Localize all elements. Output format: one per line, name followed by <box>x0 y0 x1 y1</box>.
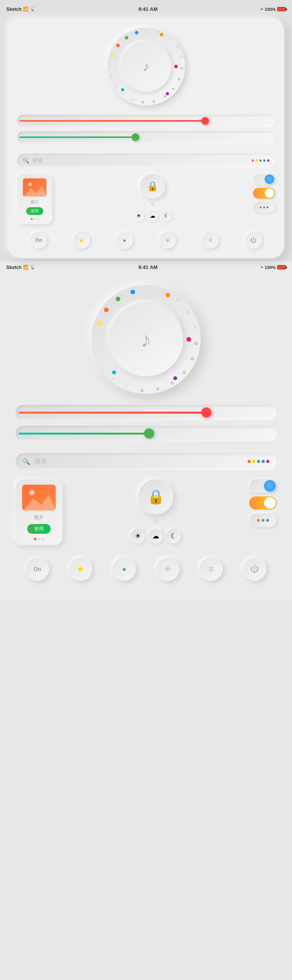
time-display: 9:41 AM <box>138 6 157 12</box>
large-dot-5 <box>266 460 269 463</box>
svg-point-23 <box>121 88 124 91</box>
svg-point-29 <box>176 298 180 302</box>
svg-point-48 <box>186 337 191 342</box>
toggle-dots-row[interactable] <box>253 202 275 213</box>
dots-row-dot-3 <box>267 206 269 208</box>
svg-point-3 <box>176 45 179 48</box>
large-app-icon <box>21 484 56 511</box>
slider-thumb-green[interactable] <box>132 133 139 141</box>
large-thumb-red[interactable] <box>201 407 211 418</box>
svg-point-19 <box>135 31 139 35</box>
sun-icon[interactable]: ☀ <box>133 210 144 221</box>
large-search-bar[interactable]: 🔍 搜索 <box>16 453 276 470</box>
signal-icon: 📶 <box>23 7 28 12</box>
large-power-button[interactable]: ⏻ <box>243 557 266 581</box>
on-label: On <box>35 238 42 243</box>
snow-icon: ✳ <box>165 237 170 244</box>
large-snow-button[interactable]: ✳ <box>156 557 179 581</box>
large-moon-icon[interactable]: ☾ <box>166 529 181 543</box>
on-button[interactable]: On <box>30 232 47 249</box>
svg-point-28 <box>161 290 165 293</box>
svg-point-40 <box>101 367 104 370</box>
battery-icon <box>277 7 286 11</box>
slider-thumb-red[interactable] <box>201 117 209 125</box>
large-app-btn[interactable]: 使用 <box>27 524 51 534</box>
slider-track-green[interactable] <box>17 131 275 143</box>
svg-point-32 <box>195 342 198 345</box>
large-circle-button[interactable]: ● <box>113 557 136 581</box>
large-toggle-2[interactable] <box>249 496 276 510</box>
svg-point-37 <box>141 389 144 392</box>
large-lock-circle[interactable]: 🔒 <box>138 479 173 514</box>
svg-point-17 <box>116 44 120 47</box>
circle-button[interactable]: ● <box>116 232 133 249</box>
svg-point-36 <box>156 388 159 391</box>
large-app-card[interactable]: 图片 使用 <box>16 479 62 545</box>
svg-point-39 <box>112 378 114 381</box>
dot-1 <box>252 159 254 162</box>
app-card[interactable]: 图片 使用 <box>17 174 52 224</box>
dots-row-dot-2 <box>263 206 265 208</box>
large-dots-row[interactable] <box>249 514 276 527</box>
status-right: ⌁ 100% <box>260 7 286 12</box>
large-dots-2 <box>262 519 264 522</box>
large-sun-icon[interactable]: ☀ <box>130 529 145 543</box>
bluetooth-icon-2: ⌁ <box>260 265 263 270</box>
svg-point-43 <box>97 321 102 325</box>
power-icon: ⏻ <box>250 237 257 244</box>
large-app-dot-3 <box>42 538 44 540</box>
large-knob-inner[interactable]: ♪ <box>109 302 183 376</box>
power-button[interactable]: ⏻ <box>245 232 262 249</box>
large-knob-section: ♪ <box>0 273 292 402</box>
star-button[interactable]: ★ <box>73 232 90 249</box>
app-dot-1 <box>31 218 33 220</box>
large-star-button[interactable]: ★ <box>69 557 92 581</box>
large-star-icon: ★ <box>77 564 84 574</box>
wifi-icon-2: 📡 <box>30 265 35 270</box>
lock-label: 锁 <box>151 202 155 207</box>
toggle-2[interactable] <box>253 188 275 199</box>
lines-button[interactable]: ≡ <box>202 232 219 249</box>
knob-outer[interactable]: ♪ <box>107 28 185 105</box>
svg-point-21 <box>174 65 178 68</box>
svg-point-9 <box>153 100 155 103</box>
knob-inner[interactable]: ♪ <box>121 41 171 92</box>
slider-track-orange[interactable] <box>17 115 275 127</box>
large-snow-icon: ✳ <box>164 564 171 574</box>
large-toggle-1[interactable] <box>249 479 276 493</box>
snow-button[interactable]: ✳ <box>159 232 176 249</box>
large-section: Sketch 📶 📡 9:41 AM ⌁ 100% <box>0 261 292 599</box>
moon-icon[interactable]: ☾ <box>161 210 172 221</box>
app-download-btn[interactable]: 使用 <box>26 207 43 215</box>
sliders-section <box>8 112 284 150</box>
cloud-icon[interactable]: ☁ <box>147 210 158 221</box>
toggle-thumb-1 <box>265 175 274 184</box>
search-bar[interactable]: 🔍 搜索 <box>17 154 275 168</box>
battery-percent-2: 100% <box>265 265 276 270</box>
toggle-1[interactable] <box>253 174 275 185</box>
large-lines-button[interactable]: ≡ <box>199 557 223 581</box>
large-dots-3 <box>266 519 269 522</box>
large-thumb-green[interactable] <box>144 428 154 438</box>
svg-point-27 <box>144 287 148 291</box>
large-music-note: ♪ <box>141 327 151 352</box>
knob-section: ♪ <box>8 18 284 112</box>
large-slider-green[interactable] <box>16 426 276 441</box>
svg-point-33 <box>191 357 194 361</box>
large-lock-widget: 🔒 锁 ☀ ☁ ☾ <box>69 479 243 543</box>
svg-point-22 <box>166 92 169 95</box>
svg-point-16 <box>111 53 114 57</box>
large-cloud-icon[interactable]: ☁ <box>148 529 163 543</box>
search-icon: 🔍 <box>23 157 29 164</box>
lock-circle[interactable]: 🔒 <box>140 174 165 199</box>
signal-icon-2: 📶 <box>23 265 28 270</box>
large-dot-4 <box>262 460 265 463</box>
app-icon <box>22 178 47 197</box>
svg-point-42 <box>93 337 96 340</box>
lock-widget: 🔒 锁 ☀ ☁ ☾ <box>57 174 248 221</box>
large-circle-icon: ● <box>122 565 127 573</box>
large-on-button[interactable]: On <box>26 557 49 581</box>
large-slider-orange[interactable] <box>16 405 276 420</box>
large-knob-outer[interactable]: ♪ <box>91 285 201 394</box>
large-search-dots <box>248 460 269 463</box>
